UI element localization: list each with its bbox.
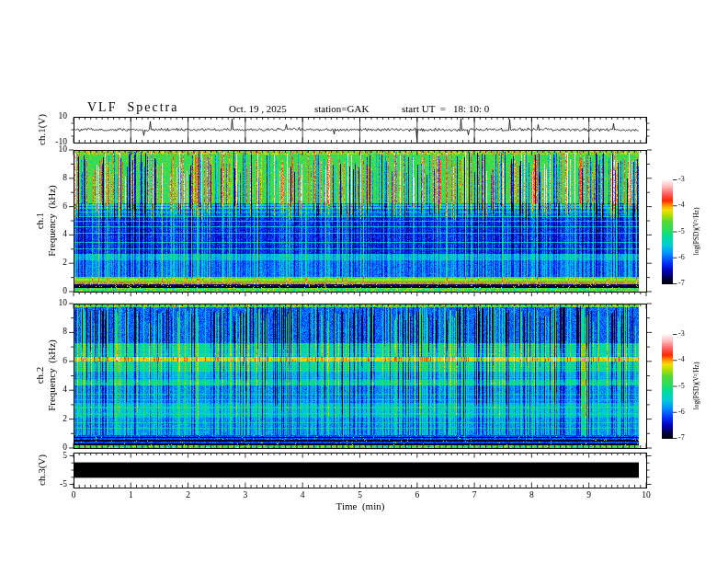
colorbar-tick-label: -5 xyxy=(678,227,693,236)
start-ut-label: start UT = 18: 10: 0 xyxy=(402,103,489,114)
frequency-tick-label: 4 xyxy=(37,385,67,394)
colorbar-tick-label: -4 xyxy=(678,201,693,209)
frequency-tick-label: 10 xyxy=(37,298,67,307)
frequency-tick-label: 2 xyxy=(37,414,67,423)
ch1-voltage-tick-label: -10 xyxy=(37,137,67,146)
station-label: station=GAK xyxy=(314,103,369,114)
ch3-voltage-tick-label: -5 xyxy=(37,479,67,488)
x-tick-label: 10 xyxy=(635,490,657,500)
time-axis-label: Time (min) xyxy=(305,500,415,511)
page-title: VLF Spectra xyxy=(87,100,178,115)
frequency-tick-label: 6 xyxy=(37,356,67,365)
colorbar-tick-label: -5 xyxy=(678,382,693,390)
plot-canvas xyxy=(0,0,728,563)
x-tick-label: 6 xyxy=(406,490,428,500)
ch1-voltage-tick-label: 10 xyxy=(37,111,67,121)
colorbar-tick-label: -3 xyxy=(678,329,693,338)
frequency-tick-label: 8 xyxy=(37,327,67,336)
frequency-tick-label: 4 xyxy=(37,229,67,238)
x-tick-label: 0 xyxy=(63,490,85,500)
frequency-tick-label: 6 xyxy=(37,201,67,211)
frequency-tick-label: 8 xyxy=(37,173,67,182)
colorbar-tick-label: -4 xyxy=(678,355,693,363)
ch3-voltage-tick-label: 5 xyxy=(37,451,67,460)
x-tick-label: 3 xyxy=(234,490,256,500)
frequency-tick-label: 0 xyxy=(37,286,67,295)
colorbar-tick-label: -6 xyxy=(678,253,693,261)
x-tick-label: 2 xyxy=(177,490,199,500)
colorbar-tick-label: -3 xyxy=(678,175,693,183)
colorbar-tick-label: -7 xyxy=(678,433,693,442)
x-tick-label: 9 xyxy=(578,490,600,500)
date-label: Oct. 19 , 2025 xyxy=(229,103,287,114)
x-tick-label: 8 xyxy=(520,490,542,500)
x-tick-label: 4 xyxy=(291,490,313,500)
vlf-spectra-figure: VLF Spectra Oct. 19 , 2025 station=GAK s… xyxy=(0,0,728,563)
x-tick-label: 1 xyxy=(119,490,142,500)
x-tick-label: 7 xyxy=(463,490,485,500)
frequency-tick-label: 2 xyxy=(37,258,67,267)
colorbar-tick-label: -7 xyxy=(678,279,693,287)
colorbar-tick-label: -6 xyxy=(678,408,693,416)
x-tick-label: 5 xyxy=(349,490,371,500)
